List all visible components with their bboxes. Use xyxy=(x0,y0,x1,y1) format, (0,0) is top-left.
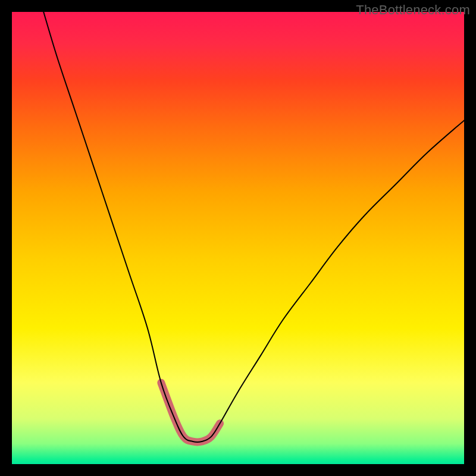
chart-stage: TheBottleneck.com xyxy=(0,0,476,476)
plot-area xyxy=(12,12,464,464)
plot-svg xyxy=(12,12,464,464)
gradient-background xyxy=(12,12,464,464)
watermark-text: TheBottleneck.com xyxy=(356,2,470,18)
